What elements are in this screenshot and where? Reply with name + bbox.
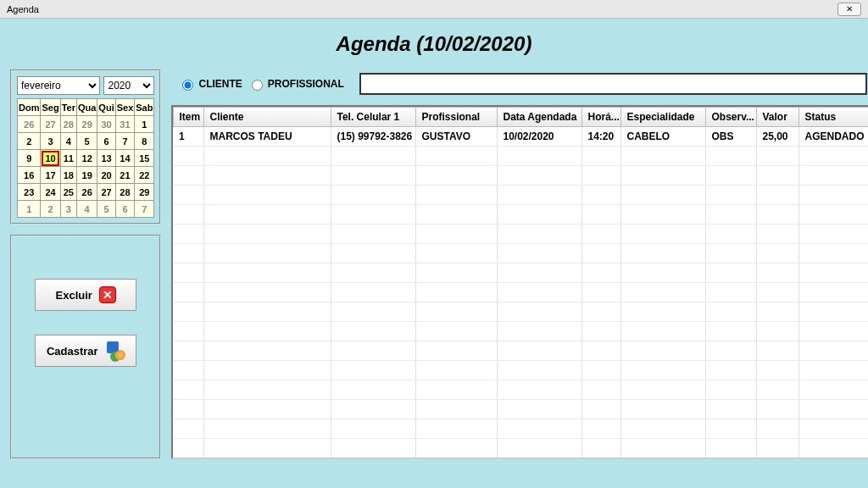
appointments-grid[interactable]: ItemClienteTel. Celular 1ProfissionalDat…: [171, 105, 868, 459]
delete-button[interactable]: Excluir ✕: [35, 279, 136, 311]
table-row[interactable]: [174, 147, 868, 166]
actions-panel: Excluir ✕ Cadastrar: [10, 235, 161, 459]
calendar-day[interactable]: 1: [135, 116, 154, 133]
grid-column-header[interactable]: Especialidade: [621, 108, 706, 127]
calendar-day[interactable]: 29: [135, 184, 154, 201]
grid-cell: [331, 302, 416, 322]
year-select[interactable]: 2020: [103, 76, 154, 95]
calendar-day[interactable]: 2: [41, 201, 60, 218]
calendar-day[interactable]: 4: [60, 133, 76, 150]
calendar-day[interactable]: 10: [41, 150, 60, 167]
calendar-day[interactable]: 25: [60, 184, 76, 201]
table-row[interactable]: [174, 439, 868, 458]
search-input[interactable]: [359, 73, 868, 95]
grid-column-header[interactable]: Profissional: [416, 108, 498, 127]
calendar-day[interactable]: 21: [115, 167, 135, 184]
calendar-day[interactable]: 12: [76, 150, 97, 167]
calendar-day[interactable]: 6: [115, 201, 135, 218]
calendar-day[interactable]: 8: [135, 133, 154, 150]
calendar-day[interactable]: 3: [60, 201, 76, 218]
grid-column-header[interactable]: Data Agendada: [498, 108, 582, 127]
grid-cell: [582, 400, 621, 419]
calendar-day[interactable]: 28: [115, 184, 135, 201]
calendar-day[interactable]: 4: [76, 201, 97, 218]
grid-cell: [757, 244, 799, 263]
calendar-day[interactable]: 31: [115, 116, 135, 133]
table-row[interactable]: [174, 380, 868, 400]
table-row[interactable]: 1MARCOS TADEU(15) 99792-3826GUSTAVO10/02…: [174, 127, 868, 147]
grid-cell: [799, 380, 868, 400]
calendar-day[interactable]: 15: [135, 150, 154, 167]
grid-column-header[interactable]: Observ...: [706, 108, 757, 127]
grid-cell: [757, 283, 799, 302]
table-row[interactable]: [174, 419, 868, 439]
calendar-day[interactable]: 14: [115, 150, 135, 167]
grid-column-header[interactable]: Horá...: [582, 108, 621, 127]
window-close-button[interactable]: ✕: [837, 3, 861, 16]
grid-cell: [204, 186, 331, 205]
radio-profissional[interactable]: PROFISSIONAL: [248, 77, 344, 91]
radio-cliente[interactable]: CLIENTE: [178, 77, 242, 91]
table-row[interactable]: [174, 283, 868, 302]
calendar-day[interactable]: 30: [97, 116, 115, 133]
calendar-day[interactable]: 5: [76, 133, 97, 150]
calendar-day[interactable]: 11: [60, 150, 76, 167]
table-row[interactable]: [174, 361, 868, 380]
radio-cliente-input[interactable]: [182, 80, 193, 91]
table-row[interactable]: [174, 322, 868, 341]
calendar-day[interactable]: 26: [18, 116, 41, 133]
calendar-day[interactable]: 3: [41, 133, 60, 150]
calendar-day[interactable]: 16: [18, 167, 41, 184]
calendar-grid: DomSegTerQuaQuiSexSab 262728293031123456…: [17, 98, 154, 218]
calendar-day[interactable]: 7: [135, 201, 154, 218]
table-row[interactable]: [174, 186, 868, 205]
grid-cell: [174, 322, 204, 341]
grid-cell: [416, 400, 498, 419]
calendar-day[interactable]: 1: [18, 201, 41, 218]
table-row[interactable]: [174, 225, 868, 244]
table-row[interactable]: [174, 341, 868, 361]
grid-column-header[interactable]: Tel. Celular 1: [331, 108, 416, 127]
table-row[interactable]: [174, 400, 868, 419]
grid-cell: [757, 341, 799, 361]
calendar-day[interactable]: 19: [76, 167, 97, 184]
grid-cell: [706, 341, 757, 361]
calendar-day[interactable]: 20: [97, 167, 115, 184]
calendar-day[interactable]: 17: [41, 167, 60, 184]
calendar-day[interactable]: 18: [60, 167, 76, 184]
grid-cell: [498, 186, 582, 205]
table-row[interactable]: [174, 302, 868, 322]
calendar-day[interactable]: 7: [115, 133, 135, 150]
calendar-day[interactable]: 5: [97, 201, 115, 218]
table-row[interactable]: [174, 205, 868, 225]
calendar-day[interactable]: 22: [135, 167, 154, 184]
radio-profissional-input[interactable]: [252, 80, 263, 91]
calendar-day[interactable]: 27: [41, 116, 60, 133]
grid-column-header[interactable]: Item: [174, 108, 204, 127]
calendar-day[interactable]: 2: [18, 133, 41, 150]
calendar-day[interactable]: 27: [97, 184, 115, 201]
calendar-day[interactable]: 13: [97, 150, 115, 167]
month-select[interactable]: fevereiro: [17, 76, 100, 95]
grid-column-header[interactable]: Valor: [757, 108, 799, 127]
table-row[interactable]: [174, 263, 868, 283]
grid-column-header[interactable]: Cliente: [204, 108, 331, 127]
calendar-day[interactable]: 6: [97, 133, 115, 150]
calendar-day[interactable]: 26: [76, 184, 97, 201]
grid-cell: [498, 302, 582, 322]
calendar-day[interactable]: 24: [41, 184, 60, 201]
calendar-day[interactable]: 28: [60, 116, 76, 133]
grid-cell: [706, 147, 757, 166]
calendar-day[interactable]: 29: [76, 116, 97, 133]
create-button[interactable]: Cadastrar: [35, 335, 136, 367]
table-row[interactable]: [174, 166, 868, 186]
grid-column-header[interactable]: Status: [799, 108, 868, 127]
grid-cell: [706, 400, 757, 419]
grid-cell: [706, 166, 757, 186]
grid-cell: [174, 302, 204, 322]
calendar-day[interactable]: 9: [18, 150, 41, 167]
grid-cell: [498, 147, 582, 166]
table-row[interactable]: [174, 244, 868, 263]
calendar-day[interactable]: 23: [18, 184, 41, 201]
grid-cell: [582, 244, 621, 263]
